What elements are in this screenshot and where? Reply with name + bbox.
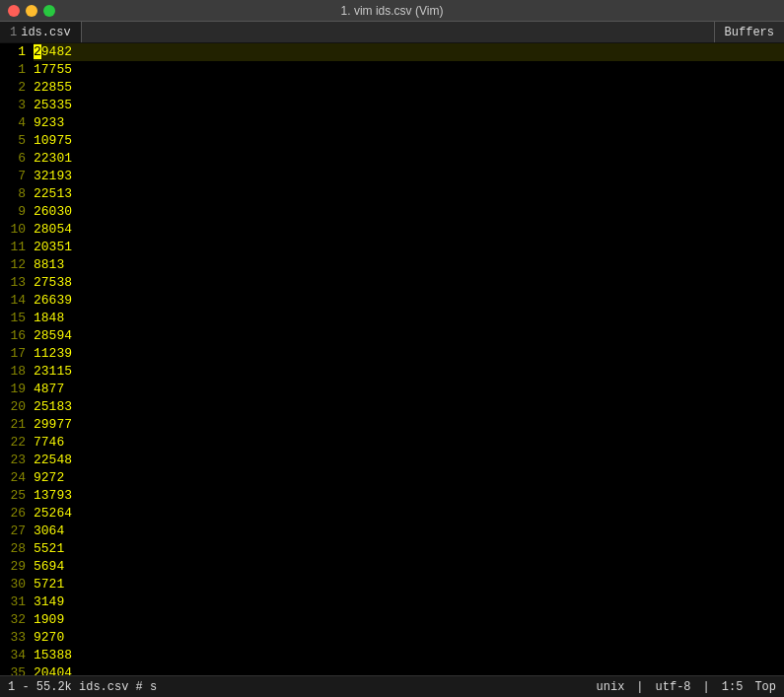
line-number: 34 bbox=[0, 647, 26, 664]
status-left: 1 - 55.2k ids.csv # s bbox=[8, 680, 157, 694]
maximize-button[interactable] bbox=[43, 5, 55, 17]
line-number: 30 bbox=[0, 576, 26, 593]
code-line: 9233 bbox=[34, 114, 784, 132]
line-number: 23 bbox=[0, 452, 26, 469]
line-number: 1 bbox=[0, 61, 26, 79]
line-number: 29 bbox=[0, 558, 26, 576]
code-line: 5721 bbox=[34, 576, 784, 593]
status-bar: 1 - 55.2k ids.csv # s unix | utf-8 | 1:5… bbox=[0, 675, 784, 697]
line-number: 12 bbox=[0, 256, 26, 274]
line-number: 17 bbox=[0, 345, 26, 363]
traffic-lights bbox=[8, 5, 55, 17]
code-line: 23115 bbox=[34, 363, 784, 381]
encoding: utf-8 bbox=[656, 680, 691, 694]
code-line: 15388 bbox=[34, 647, 784, 664]
code-line: 3149 bbox=[34, 593, 784, 611]
tab-number: 1 bbox=[10, 26, 17, 39]
line-number: 10 bbox=[0, 221, 26, 239]
line-number: 28 bbox=[0, 540, 26, 558]
separator2: | bbox=[703, 680, 710, 694]
code-line: 1909 bbox=[34, 611, 784, 629]
code-line: 22548 bbox=[34, 452, 784, 469]
code-line: 5694 bbox=[34, 558, 784, 576]
line-number: 5 bbox=[0, 132, 26, 150]
code-line: 27538 bbox=[34, 274, 784, 292]
separator1: | bbox=[636, 680, 643, 694]
code-line: 29482 bbox=[34, 43, 784, 61]
line-number: 33 bbox=[0, 629, 26, 647]
code-line: 26639 bbox=[34, 292, 784, 310]
line-number: 3 bbox=[0, 97, 26, 114]
line-number: 7 bbox=[0, 168, 26, 185]
minimize-button[interactable] bbox=[26, 5, 37, 17]
code-line: 17755 bbox=[34, 61, 784, 79]
code-line: 8813 bbox=[34, 256, 784, 274]
cursor-position: 1:5 bbox=[722, 680, 744, 694]
close-button[interactable] bbox=[8, 5, 20, 17]
content-area[interactable]: 2948217755228552533592331097522301321932… bbox=[30, 43, 784, 675]
code-line: 11239 bbox=[34, 345, 784, 363]
code-line: 22301 bbox=[34, 150, 784, 168]
line-number: 19 bbox=[0, 381, 26, 398]
line-number: 13 bbox=[0, 274, 26, 292]
code-line: 32193 bbox=[34, 168, 784, 185]
line-number: 1 bbox=[0, 43, 26, 61]
scroll-position: Top bbox=[754, 680, 776, 694]
code-line: 22855 bbox=[34, 79, 784, 97]
line-number: 9 bbox=[0, 203, 26, 221]
line-number: 22 bbox=[0, 434, 26, 452]
tab-filename: ids.csv bbox=[21, 26, 70, 39]
line-number: 31 bbox=[0, 593, 26, 611]
code-line: 4877 bbox=[34, 381, 784, 398]
code-line: 7746 bbox=[34, 434, 784, 452]
line-number: 35 bbox=[0, 664, 26, 675]
code-line: 5521 bbox=[34, 540, 784, 558]
code-line: 25335 bbox=[34, 97, 784, 114]
line-number: 18 bbox=[0, 363, 26, 381]
line-number: 4 bbox=[0, 114, 26, 132]
line-number: 20 bbox=[0, 398, 26, 416]
line-number: 2 bbox=[0, 79, 26, 97]
line-numbers: 1123456789101112131415161718192021222324… bbox=[0, 43, 30, 675]
cursor: 2 bbox=[34, 44, 41, 59]
code-line: 20404 bbox=[34, 664, 784, 675]
buffers-button[interactable]: Buffers bbox=[714, 22, 784, 42]
line-number: 32 bbox=[0, 611, 26, 629]
code-line: 29977 bbox=[34, 416, 784, 434]
line-number: 14 bbox=[0, 292, 26, 310]
line-number: 25 bbox=[0, 487, 26, 505]
code-line: 25264 bbox=[34, 505, 784, 523]
code-line: 3064 bbox=[34, 523, 784, 540]
code-line: 22513 bbox=[34, 185, 784, 203]
code-line: 9272 bbox=[34, 469, 784, 487]
editor-area: 1123456789101112131415161718192021222324… bbox=[0, 43, 784, 675]
line-number: 27 bbox=[0, 523, 26, 540]
title-bar: 1. vim ids.csv (Vim) bbox=[0, 0, 784, 22]
line-number: 11 bbox=[0, 239, 26, 256]
window-title: 1. vim ids.csv (Vim) bbox=[341, 4, 444, 18]
file-format: unix bbox=[597, 680, 625, 694]
line-number: 15 bbox=[0, 310, 26, 327]
code-line: 25183 bbox=[34, 398, 784, 416]
line-number: 21 bbox=[0, 416, 26, 434]
code-line: 10975 bbox=[34, 132, 784, 150]
status-right: unix | utf-8 | 1:5 Top bbox=[597, 680, 776, 694]
line-number: 16 bbox=[0, 327, 26, 345]
code-line: 1848 bbox=[34, 310, 784, 327]
tab-bar: 1 ids.csv Buffers bbox=[0, 22, 784, 43]
code-line: 26030 bbox=[34, 203, 784, 221]
tab-ids-csv[interactable]: 1 ids.csv bbox=[0, 22, 82, 42]
line-number: 8 bbox=[0, 185, 26, 203]
code-line: 28054 bbox=[34, 221, 784, 239]
line-number: 6 bbox=[0, 150, 26, 168]
code-line: 20351 bbox=[34, 239, 784, 256]
code-line: 13793 bbox=[34, 487, 784, 505]
line-number: 24 bbox=[0, 469, 26, 487]
line-number: 26 bbox=[0, 505, 26, 523]
code-line: 9270 bbox=[34, 629, 784, 647]
buffers-label: Buffers bbox=[725, 26, 774, 39]
code-line: 28594 bbox=[34, 327, 784, 345]
